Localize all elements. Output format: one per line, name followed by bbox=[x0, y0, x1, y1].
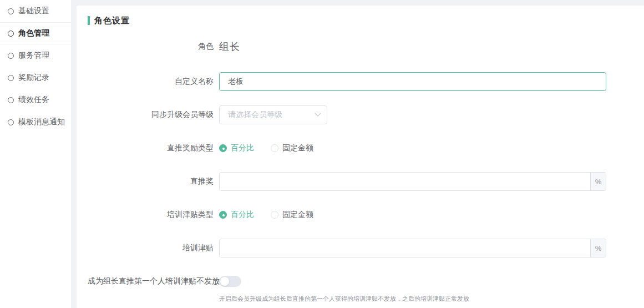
first-person-toggle-switch[interactable] bbox=[219, 276, 241, 287]
role-label: 角色 bbox=[88, 42, 214, 52]
radio-unselected-icon bbox=[271, 144, 278, 152]
sync-level-label: 同步升级会员等级 bbox=[88, 110, 214, 120]
form-row-training-allowance-type: 培训津贴类型 百分比 固定金额 bbox=[88, 205, 633, 224]
sidebar-item-basic-settings[interactable]: 基础设置 bbox=[0, 0, 71, 22]
sidebar-item-template-message-notice[interactable]: 模板消息通知 bbox=[0, 111, 71, 133]
role-value: 组长 bbox=[219, 40, 240, 53]
training-allowance-label: 培训津贴 bbox=[88, 243, 214, 253]
direct-reward-label: 直推奖 bbox=[88, 176, 214, 186]
radio-percentage[interactable]: 百分比 bbox=[219, 143, 254, 153]
sidebar-item-label: 模板消息通知 bbox=[18, 117, 65, 127]
sidebar-item-role-management[interactable]: 角色管理 bbox=[0, 22, 71, 44]
role-settings-form: 角色 组长 自定义名称 同步升级会员等级 请选择会员等级 直推奖励类型 百分比 bbox=[88, 36, 633, 303]
direct-reward-input[interactable] bbox=[220, 173, 590, 190]
sidebar-item-label: 角色管理 bbox=[18, 28, 49, 38]
custom-name-input[interactable] bbox=[219, 72, 606, 91]
first-person-toggle-label: 成为组长直推第一个人培训津贴不发放 bbox=[88, 276, 214, 286]
direct-reward-input-group: % bbox=[219, 172, 606, 191]
toggle-tip-row: 开启后会员升级成为组长后直推的第一个人获得的培训津贴不发放，之后的培训津贴正常发… bbox=[88, 294, 633, 303]
select-placeholder: 请选择会员等级 bbox=[228, 110, 312, 120]
sidebar-item-reward-records[interactable]: 奖励记录 bbox=[0, 67, 71, 89]
training-allowance-type-radio-group: 百分比 固定金额 bbox=[219, 210, 330, 220]
training-allowance-input[interactable] bbox=[220, 239, 590, 257]
member-level-select[interactable]: 请选择会员等级 bbox=[219, 105, 327, 124]
chevron-down-icon bbox=[315, 110, 321, 117]
circle-icon bbox=[8, 53, 14, 59]
radio-label: 固定金额 bbox=[282, 143, 313, 153]
radio-selected-icon bbox=[219, 144, 227, 152]
sidebar-item-performance-tasks[interactable]: 绩效任务 bbox=[0, 89, 71, 111]
radio-percentage[interactable]: 百分比 bbox=[219, 210, 254, 220]
form-row-first-person-toggle: 成为组长直推第一个人培训津贴不发放 bbox=[88, 272, 633, 291]
sidebar-item-label: 奖励记录 bbox=[18, 73, 49, 83]
circle-icon bbox=[8, 97, 14, 103]
custom-name-label: 自定义名称 bbox=[88, 77, 214, 87]
switch-knob bbox=[220, 277, 229, 286]
radio-fixed-amount[interactable]: 固定金额 bbox=[271, 210, 313, 220]
training-allowance-type-label: 培训津贴类型 bbox=[88, 210, 214, 220]
circle-icon bbox=[8, 119, 14, 125]
radio-selected-icon bbox=[219, 211, 227, 219]
circle-icon bbox=[8, 75, 14, 81]
circle-icon bbox=[8, 8, 14, 14]
form-row-direct-reward: 直推奖 % bbox=[88, 172, 633, 191]
form-row-training-allowance: 培训津贴 % bbox=[88, 239, 633, 257]
settings-sidebar: 基础设置 角色管理 服务管理 奖励记录 绩效任务 模板消息通知 bbox=[0, 0, 71, 308]
radio-fixed-amount[interactable]: 固定金额 bbox=[271, 143, 313, 153]
direct-reward-type-radio-group: 百分比 固定金额 bbox=[219, 143, 330, 153]
radio-label: 百分比 bbox=[231, 143, 254, 153]
page-title: 角色设置 bbox=[94, 16, 130, 26]
form-row-sync-level: 同步升级会员等级 请选择会员等级 bbox=[88, 105, 633, 124]
percent-suffix: % bbox=[590, 173, 606, 190]
tip-spacer bbox=[88, 294, 219, 303]
sidebar-item-label: 服务管理 bbox=[18, 51, 49, 60]
toggle-tip-text: 开启后会员升级成为组长后直推的第一个人获得的培训津贴不发放，之后的培训津贴正常发… bbox=[219, 294, 469, 303]
sidebar-item-label: 基础设置 bbox=[18, 6, 49, 16]
direct-reward-type-label: 直推奖励类型 bbox=[88, 143, 214, 153]
percent-suffix: % bbox=[590, 239, 606, 257]
role-settings-panel: 角色设置 角色 组长 自定义名称 同步升级会员等级 请选择会员等级 直推奖励类型 bbox=[77, 6, 644, 308]
radio-label: 百分比 bbox=[231, 210, 254, 220]
radio-label: 固定金额 bbox=[282, 210, 313, 220]
section-title: 角色设置 bbox=[88, 16, 633, 26]
radio-unselected-icon bbox=[271, 211, 278, 219]
form-row-direct-reward-type: 直推奖励类型 百分比 固定金额 bbox=[88, 139, 633, 158]
form-row-role: 角色 组长 bbox=[88, 36, 633, 58]
circle-icon bbox=[8, 31, 14, 37]
form-row-custom-name: 自定义名称 bbox=[88, 72, 633, 91]
title-accent-bar bbox=[88, 16, 90, 25]
sidebar-item-service-management[interactable]: 服务管理 bbox=[0, 44, 71, 67]
sidebar-item-label: 绩效任务 bbox=[18, 95, 49, 105]
training-allowance-input-group: % bbox=[219, 239, 606, 257]
